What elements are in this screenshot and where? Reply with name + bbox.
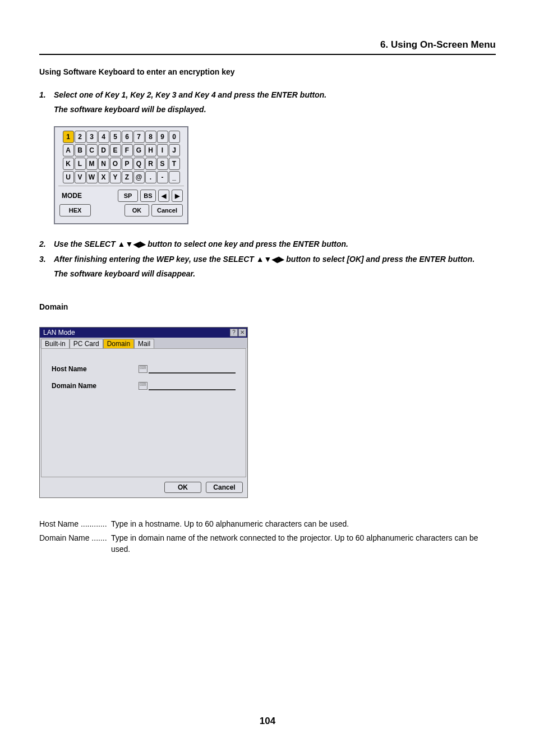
help-icon[interactable]: ?	[230, 329, 238, 336]
section-header: 6. Using On-Screen Menu	[39, 39, 496, 55]
sp-key[interactable]: SP	[118, 190, 138, 202]
right-key[interactable]: ▶	[172, 190, 183, 202]
tab-domain[interactable]: Domain	[103, 339, 134, 348]
lan-titlebar: LAN Mode ? ✕	[40, 328, 247, 338]
key-k[interactable]: K	[63, 158, 74, 170]
key-p[interactable]: P	[122, 158, 133, 170]
key-b[interactable]: B	[75, 144, 86, 156]
tab-builtin[interactable]: Built-in	[41, 339, 70, 348]
key-e[interactable]: E	[110, 144, 121, 156]
key-5[interactable]: 5	[110, 131, 121, 143]
key-w[interactable]: W	[86, 171, 98, 183]
host-name-desc: Type in a hostname. Up to 60 alphanumeri…	[111, 518, 496, 529]
key-y[interactable]: Y	[110, 171, 121, 183]
key-s[interactable]: S	[157, 158, 168, 170]
keyboard-icon[interactable]: ⌨	[139, 365, 147, 373]
key-7[interactable]: 7	[133, 131, 145, 143]
software-keyboard: 1 2 3 4 5 6 7 8 9 0 A B C D E F G H I J …	[54, 126, 188, 225]
key-l[interactable]: L	[75, 158, 86, 170]
key-at[interactable]: @	[133, 171, 145, 183]
key-3[interactable]: 3	[86, 131, 98, 143]
key-2[interactable]: 2	[75, 131, 86, 143]
key-q[interactable]: Q	[133, 158, 145, 170]
key-underscore[interactable]: _	[169, 171, 180, 183]
keyboard-icon[interactable]: ⌨	[139, 382, 147, 390]
step-1-sub: The software keyboard will be displayed.	[39, 103, 496, 116]
host-name-term: Host Name ............	[39, 518, 111, 529]
key-f[interactable]: F	[122, 144, 133, 156]
key-dash[interactable]: -	[157, 171, 168, 183]
step-3: 3.After finishing entering the WEP key, …	[39, 253, 496, 265]
key-i[interactable]: I	[157, 144, 168, 156]
domain-name-input[interactable]	[149, 381, 236, 390]
key-o[interactable]: O	[110, 158, 121, 170]
key-j[interactable]: J	[169, 144, 180, 156]
key-u[interactable]: U	[63, 171, 74, 183]
close-icon[interactable]: ✕	[238, 329, 246, 336]
step-3-sub: The software keyboard will disappear.	[39, 268, 496, 280]
key-4[interactable]: 4	[98, 131, 109, 143]
domain-name-desc: Type in domain name of the network conne…	[111, 532, 496, 555]
step-3-text: After finishing entering the WEP key, us…	[54, 255, 474, 264]
host-name-label: Host Name	[52, 365, 139, 373]
key-g[interactable]: G	[133, 144, 145, 156]
lan-mode-dialog: LAN Mode ? ✕ Built-in PC Card Domain Mai…	[39, 327, 248, 498]
lan-cancel-button[interactable]: Cancel	[206, 482, 243, 493]
key-a[interactable]: A	[63, 144, 74, 156]
key-1[interactable]: 1	[63, 131, 74, 143]
mode-label: MODE	[59, 192, 84, 200]
left-key[interactable]: ◀	[158, 190, 169, 202]
bs-key[interactable]: BS	[140, 190, 156, 202]
definitions: Host Name ............ Type in a hostnam…	[39, 518, 496, 555]
step-1-text: Select one of Key 1, Key 2, Key 3 and Ke…	[54, 90, 326, 99]
lan-title: LAN Mode	[43, 329, 75, 336]
key-m[interactable]: M	[86, 158, 98, 170]
key-d[interactable]: D	[98, 144, 109, 156]
domain-name-term: Domain Name .......	[39, 532, 111, 555]
key-h[interactable]: H	[145, 144, 156, 156]
key-x[interactable]: X	[98, 171, 109, 183]
key-6[interactable]: 6	[122, 131, 133, 143]
key-dot[interactable]: .	[145, 171, 156, 183]
key-9[interactable]: 9	[157, 131, 168, 143]
key-c[interactable]: C	[86, 144, 98, 156]
lan-tabs: Built-in PC Card Domain Mail	[40, 338, 247, 348]
key-z[interactable]: Z	[122, 171, 133, 183]
tab-pccard[interactable]: PC Card	[70, 339, 103, 348]
domain-heading: Domain	[39, 302, 496, 311]
domain-name-label: Domain Name	[52, 382, 139, 390]
key-r[interactable]: R	[145, 158, 156, 170]
key-v[interactable]: V	[75, 171, 86, 183]
step-2-text: Use the SELECT ▲▼◀▶ button to select one…	[54, 239, 348, 248]
tab-mail[interactable]: Mail	[134, 339, 154, 348]
step-2: 2.Use the SELECT ▲▼◀▶ button to select o…	[39, 238, 496, 250]
kbd-cancel-button[interactable]: Cancel	[151, 204, 183, 216]
lan-ok-button[interactable]: OK	[164, 482, 201, 493]
step-1: 1.Select one of Key 1, Key 2, Key 3 and …	[39, 89, 496, 101]
host-name-input[interactable]	[149, 365, 236, 374]
subtitle: Using Software Keyboard to enter an encr…	[39, 67, 496, 76]
key-0[interactable]: 0	[169, 131, 180, 143]
key-n[interactable]: N	[98, 158, 109, 170]
key-t[interactable]: T	[169, 158, 180, 170]
hex-key[interactable]: HEX	[59, 204, 91, 216]
page-number: 104	[0, 716, 535, 727]
key-8[interactable]: 8	[145, 131, 156, 143]
kbd-ok-button[interactable]: OK	[124, 204, 149, 216]
